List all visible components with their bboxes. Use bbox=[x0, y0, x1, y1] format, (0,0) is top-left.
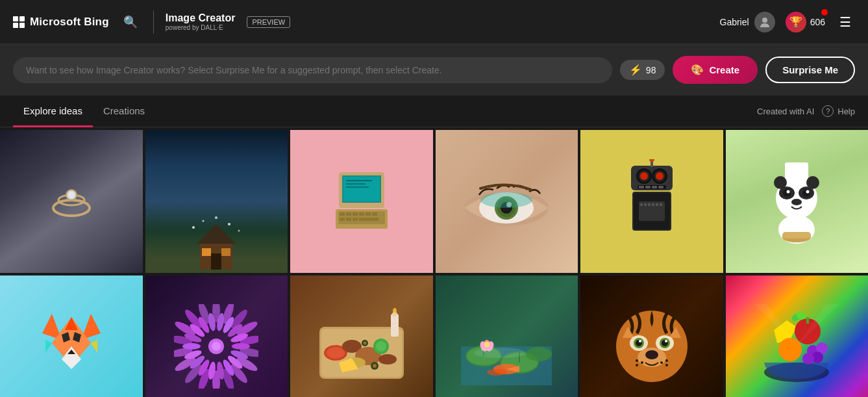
svg-point-179 bbox=[665, 364, 668, 366]
search-icon: 🔍 bbox=[123, 16, 138, 29]
svg-rect-77 bbox=[782, 232, 811, 238]
surprise-me-button[interactable]: Surprise Me bbox=[765, 57, 855, 83]
svg-point-14 bbox=[215, 216, 217, 219]
header-left: Microsoft Bing 🔍 Image Creator powered b… bbox=[13, 10, 290, 34]
tabs-left: Explore ideas Creations bbox=[13, 96, 155, 127]
svg-point-45 bbox=[640, 172, 648, 180]
image-cell-tiger[interactable] bbox=[580, 275, 723, 398]
svg-point-50 bbox=[649, 159, 654, 162]
svg-point-158 bbox=[474, 348, 526, 358]
create-label: Create bbox=[709, 64, 739, 75]
svg-point-129 bbox=[327, 347, 345, 359]
svg-rect-32 bbox=[359, 218, 378, 221]
coins-input-badge[interactable]: ⚡ 98 bbox=[620, 60, 665, 80]
svg-rect-29 bbox=[340, 218, 345, 221]
svg-point-110 bbox=[232, 343, 250, 350]
lightning-icon: ⚡ bbox=[629, 64, 642, 76]
svg-rect-60 bbox=[645, 186, 651, 188]
create-button[interactable]: 🎨 Create bbox=[673, 56, 758, 84]
image-cell-ring[interactable] bbox=[0, 130, 143, 273]
svg-point-125 bbox=[212, 342, 221, 351]
avatar bbox=[754, 12, 775, 32]
svg-marker-86 bbox=[91, 340, 97, 353]
svg-point-135 bbox=[378, 354, 397, 365]
svg-point-140 bbox=[363, 342, 366, 345]
svg-point-74 bbox=[806, 176, 819, 189]
svg-point-48 bbox=[656, 172, 663, 180]
image-cell-eye[interactable] bbox=[436, 130, 578, 273]
image-cell-panda[interactable] bbox=[726, 130, 869, 273]
svg-rect-31 bbox=[353, 218, 358, 221]
search-section: ⚡ 98 🎨 Create Surprise Me bbox=[0, 44, 868, 96]
svg-rect-52 bbox=[640, 203, 643, 206]
tab-explore-ideas[interactable]: Explore ideas bbox=[13, 96, 93, 127]
help-button[interactable]: ? Help bbox=[822, 105, 855, 117]
svg-rect-55 bbox=[652, 203, 654, 206]
image-cell-fruits[interactable] bbox=[726, 275, 869, 398]
image-grid-section bbox=[0, 127, 868, 397]
svg-rect-8 bbox=[202, 248, 211, 256]
search-input[interactable] bbox=[26, 65, 599, 75]
svg-point-73 bbox=[774, 176, 787, 189]
trophy-icon: 🏆 bbox=[786, 12, 806, 32]
bing-logo[interactable]: Microsoft Bing bbox=[13, 16, 109, 29]
search-input-wrapper bbox=[13, 57, 612, 83]
svg-rect-30 bbox=[346, 218, 351, 221]
svg-rect-61 bbox=[652, 186, 657, 188]
svg-point-11 bbox=[203, 220, 205, 222]
svg-rect-53 bbox=[644, 203, 647, 206]
svg-point-184 bbox=[778, 338, 802, 361]
image-cell-lily[interactable] bbox=[436, 275, 578, 398]
svg-point-174 bbox=[636, 359, 638, 362]
user-info[interactable]: Gabriel bbox=[720, 12, 775, 32]
hamburger-button[interactable]: ☰ bbox=[836, 10, 855, 34]
search-icon-button[interactable]: 🔍 bbox=[119, 11, 142, 33]
svg-point-12 bbox=[228, 223, 230, 225]
coins-input-count: 98 bbox=[646, 65, 656, 75]
svg-point-69 bbox=[802, 189, 810, 197]
svg-point-0 bbox=[762, 18, 767, 23]
svg-point-175 bbox=[641, 361, 643, 364]
image-cell-computer[interactable] bbox=[290, 130, 433, 273]
svg-point-178 bbox=[660, 361, 663, 364]
tabs-right: Created with AI ? Help bbox=[757, 105, 855, 117]
bing-grid-icon bbox=[13, 16, 25, 28]
create-icon: 🎨 bbox=[691, 64, 704, 76]
svg-point-170 bbox=[639, 340, 641, 342]
svg-point-4 bbox=[68, 192, 75, 198]
user-name: Gabriel bbox=[720, 17, 749, 27]
header-right: Gabriel 🏆 606 ☰ bbox=[720, 10, 856, 34]
svg-rect-27 bbox=[366, 212, 371, 216]
svg-rect-59 bbox=[639, 186, 644, 188]
app-info: Image Creator powered by DALL·E bbox=[166, 12, 236, 31]
created-with-ai-label: Created with AI bbox=[757, 107, 814, 116]
svg-point-157 bbox=[484, 342, 490, 347]
svg-rect-26 bbox=[359, 212, 364, 216]
svg-point-152 bbox=[487, 369, 506, 376]
svg-point-138 bbox=[373, 364, 377, 368]
image-cell-cabin[interactable] bbox=[145, 130, 288, 273]
svg-point-149 bbox=[526, 347, 552, 361]
svg-rect-62 bbox=[658, 186, 663, 188]
image-cell-flower[interactable] bbox=[145, 275, 288, 398]
help-label: Help bbox=[837, 107, 855, 116]
image-cell-food[interactable] bbox=[290, 275, 433, 398]
tab-creations[interactable]: Creations bbox=[93, 96, 155, 127]
svg-marker-85 bbox=[45, 340, 52, 353]
tabs-nav: Explore ideas Creations Created with AI … bbox=[0, 96, 868, 127]
help-circle-icon: ? bbox=[822, 105, 834, 117]
svg-rect-57 bbox=[660, 203, 662, 206]
svg-rect-19 bbox=[346, 183, 366, 185]
coins-badge[interactable]: 🏆 606 bbox=[786, 12, 825, 32]
preview-badge: PREVIEW bbox=[247, 16, 290, 28]
svg-rect-25 bbox=[353, 212, 358, 216]
image-cell-fox[interactable] bbox=[0, 275, 143, 398]
svg-rect-24 bbox=[346, 212, 351, 216]
svg-point-72 bbox=[791, 199, 802, 205]
main-header: Microsoft Bing 🔍 Image Creator powered b… bbox=[0, 0, 868, 44]
image-cell-robot[interactable] bbox=[580, 130, 723, 273]
hamburger-icon: ☰ bbox=[839, 15, 851, 29]
svg-point-171 bbox=[665, 340, 667, 342]
svg-point-177 bbox=[665, 359, 668, 362]
svg-marker-6 bbox=[197, 224, 236, 244]
